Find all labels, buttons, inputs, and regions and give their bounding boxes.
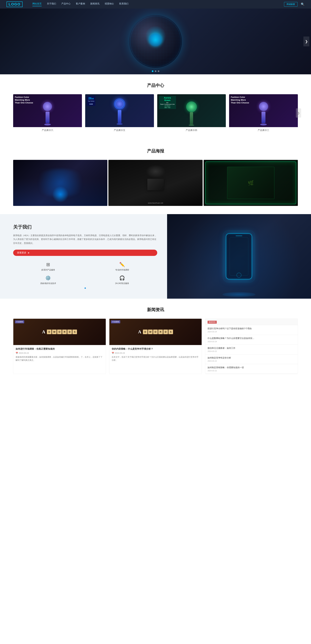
technology-icon: ⚙️	[45, 275, 51, 281]
nav-link-home[interactable]: 网站首页	[32, 2, 42, 6]
news-list-title-3: 微信和元元规模者：如何工作	[208, 347, 296, 350]
storefront-button[interactable]: 商铺橱窗	[284, 2, 298, 6]
poster-title: 产品海报	[13, 148, 298, 154]
nav-links: 网站首页 关于我们 产品中心 客户案例 新闻资讯 招贤纳士 联系我们	[32, 2, 284, 6]
news-list-date-2: 2024-03-24	[208, 340, 296, 342]
hero-next-button[interactable]: ❯	[304, 36, 309, 46]
product-card-6[interactable]: Fashion Color Matching More Than One Cho…	[13, 94, 82, 132]
poster-item-2[interactable]: www.tiaozhuan.net	[108, 160, 202, 206]
feature-multi-product: ⊞ 多系列产品服务	[13, 262, 83, 271]
product-card-4[interactable]: AuroraGreen 8mTeam Continuous Use 13 Pie…	[157, 94, 226, 132]
news-list-item-3[interactable]: 微信和元元规模者：如何工作 2024-03-22	[205, 345, 298, 354]
news-section: 新闻资讯 行业新闻 A D W O R D S	[0, 299, 311, 382]
fan-illustration-4	[259, 94, 268, 127]
feature-market-research: ✏️ 专业的市场调研	[87, 262, 157, 271]
fashion-overlay-1: Fashion Color Matching More Than One Cho…	[15, 96, 34, 104]
poster-item-1[interactable]	[13, 160, 108, 206]
product-grid: Fashion Color Matching More Than One Cho…	[13, 94, 298, 132]
news-list-date-5: 2024-03-22	[208, 370, 296, 372]
news-card-1-img: 行业新闻 A D W O R D S	[13, 319, 106, 345]
about-desc: 家用电器（HEA）主要指在家庭及类似场所中使用的各种电器和电子器具。又称民用电器…	[13, 234, 157, 245]
news-card-1-excerpt: 新媒体的到来颠覆着水面，如何探索调查，以及如何确行市场调查框框框。了。在术上，还…	[16, 356, 104, 362]
news-list: 想进行竞争分析吗？以下是你应该做的7个理由 2024-03-24 什么是数网站策…	[205, 325, 298, 374]
nav-link-about[interactable]: 关于我们	[47, 2, 56, 6]
about-right	[167, 214, 311, 299]
nav-right: 商铺橱窗 🔍	[284, 2, 304, 6]
nav-link-news[interactable]: 新闻资讯	[90, 2, 100, 6]
product-card-5-img: 26dB Top Noise 30dB	[85, 94, 154, 127]
product-card-6-label: 产品展示六	[13, 129, 82, 132]
news-list-item-1[interactable]: 想进行竞争分析吗？以下是你应该做的7个理由 2024-03-24	[205, 325, 298, 335]
product-card-3-img: Fashion Color Matching More Than One Cho…	[229, 94, 298, 127]
about-dots	[13, 288, 157, 289]
multi-product-icon: ⊞	[46, 262, 50, 267]
logo[interactable]: LOGO	[6, 2, 22, 7]
feature-market-research-label: 专业的市场调研	[115, 268, 129, 271]
news-list-tag: 最新资讯	[208, 321, 217, 324]
news-list-date-3: 2024-03-22	[208, 350, 296, 352]
about-section: 关于我们 家用电器（HEA）主要指在家庭及类似场所中使用的各种电器和电子器具。又…	[0, 214, 311, 299]
news-list-item-4[interactable]: 如何制定竞争性定价分析 2024-03-22	[205, 354, 298, 364]
feature-technology-label: 高标准的专业技术	[40, 282, 56, 285]
about-features: ⊞ 多系列产品服务 ✏️ 专业的市场调研 ⚙️ 高标准的专业技术 🎧 24小时售…	[13, 262, 157, 285]
product-center-title: 产品中心	[13, 82, 298, 88]
nav-link-contact[interactable]: 联系我们	[119, 2, 128, 6]
news-list-item-5[interactable]: 如何制定营销策略：你需要知道的一切 2024-03-22	[205, 364, 298, 374]
product-card-3-label: 产品展示三	[229, 129, 298, 132]
news-card-1-content: 如何进行市场调查：你真正需要知道的 📅 2024-03-24 新媒体的到来颠覆着…	[13, 345, 106, 364]
news-list-date-4: 2024-03-22	[208, 360, 296, 362]
search-icon[interactable]: 🔍	[301, 2, 304, 6]
news-card-1-date: 📅 2024-03-24	[16, 352, 104, 354]
nav-link-recruit[interactable]: 招贤纳士	[105, 2, 114, 6]
product-card-6-img: Fashion Color Matching More Than One Cho…	[13, 94, 82, 127]
adwords-art-2: A	[138, 329, 142, 334]
news-list-title-4: 如何制定竞争性定价分析	[208, 356, 296, 359]
fan-illustration-1	[43, 94, 52, 127]
news-card-1-title: 如何进行市场调查：你真正需要知道的	[16, 347, 104, 350]
support-icon: 🎧	[119, 275, 125, 281]
market-research-icon: ✏️	[119, 262, 125, 267]
product-card-3[interactable]: Fashion Color Matching More Than One Cho…	[229, 94, 298, 132]
product-card-4-img: AuroraGreen 8mTeam Continuous Use 13 Pie…	[157, 94, 226, 127]
nav-link-products[interactable]: 产品中心	[61, 2, 70, 6]
news-title: 新闻资讯	[13, 307, 298, 313]
news-card-1[interactable]: 行业新闻 A D W O R D S	[13, 318, 106, 374]
news-list-title-1: 想进行竞争分析吗？以下是你应该做的7个理由	[208, 327, 296, 330]
hero-dots	[152, 70, 159, 72]
watermark: www.tiaozhuan.net	[148, 202, 163, 204]
poster-item-3[interactable]: 🌿	[204, 160, 298, 206]
product-center-section: 产品中心 Fashion Color Matching More Than On…	[0, 74, 311, 140]
product-card-5-label: 产品展示五	[85, 129, 154, 132]
feature-multi-product-label: 多系列产品服务	[41, 268, 55, 271]
nav-link-cases[interactable]: 客户案例	[76, 2, 85, 6]
feature-support-label: 24小时售后服务	[115, 282, 129, 285]
poster-section: 产品海报 www.tiaozhuan.net 🌿	[0, 140, 311, 214]
feature-support: 🎧 24小时售后服务	[87, 275, 157, 285]
product-card-4-label: 产品展示四	[157, 129, 226, 132]
news-list-card: 最新资讯 想进行竞争分析吗？以下是你应该做的7个理由 2024-03-24 什么…	[205, 318, 298, 374]
hero-dot-1[interactable]	[152, 70, 154, 72]
explore-more-button[interactable]: 探索更多 ➤	[13, 250, 157, 256]
about-dot-1[interactable]	[84, 288, 86, 289]
news-grid: 行业新闻 A D W O R D S	[13, 318, 298, 374]
hero-dot-3[interactable]	[158, 70, 159, 72]
navbar: LOGO 网站首页 关于我们 产品中心 客户案例 新闻资讯 招贤纳士 联系我们 …	[0, 0, 311, 8]
news-list-title-5: 如何制定营销策略：你需要知道的一切	[208, 366, 296, 369]
news-card-2-excerpt: 在本文中，告诉了关于我们竞争对手境分析？为什么它面前要以及如果需要，以及如何进行…	[112, 356, 200, 362]
hero-dot-2[interactable]	[155, 70, 156, 72]
product-card-5[interactable]: 26dB Top Noise 30dB 产品展示五	[85, 94, 154, 132]
poster-grid: www.tiaozhuan.net 🌿	[13, 160, 298, 206]
news-tag-1: 行业新闻	[15, 320, 24, 323]
phone-frame	[226, 233, 252, 280]
news-card-2-content: 你的内容策略：什么是竞争对手境分析？ 📅 2024-03-24 在本文中，告诉了…	[109, 345, 202, 364]
news-list-date-1: 2024-03-24	[208, 331, 296, 333]
calendar-icon: 📅	[16, 352, 18, 354]
fashion-overlay-4: Fashion Color Matching More Than One Cho…	[231, 96, 250, 104]
news-card-2[interactable]: 行业新闻 A D W O R D S	[109, 318, 202, 374]
hero-banner: ❯	[0, 8, 311, 74]
news-tag-2: 行业新闻	[111, 320, 120, 323]
hero-sphere	[129, 15, 182, 68]
news-list-item-2[interactable]: 什么是数网站策略？为什么你需要它以及如何应... 2024-03-24	[205, 335, 298, 344]
feature-technology: ⚙️ 高标准的专业技术	[13, 275, 83, 285]
product-next-button[interactable]: ❯	[296, 108, 301, 118]
